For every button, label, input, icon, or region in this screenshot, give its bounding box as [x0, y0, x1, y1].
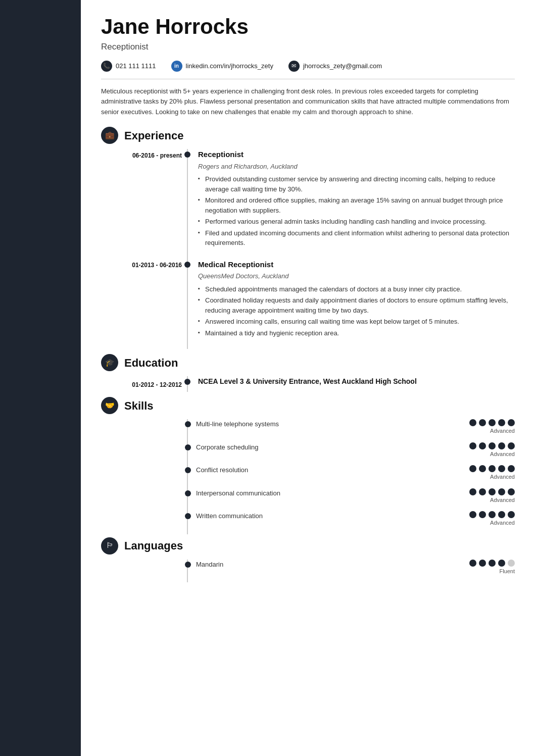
- dot: [469, 442, 476, 449]
- main-content: Jane Horrocks Receptionist 📞 021 111 111…: [81, 0, 535, 756]
- languages-icon: 🏳: [101, 537, 118, 555]
- experience-layout: 06-2016 - present 01-2013 - 06-2016 Rece…: [101, 149, 515, 349]
- dot: [498, 465, 505, 472]
- education-content-col: NCEA Level 3 & University Entrance, West…: [187, 376, 515, 392]
- dot: [479, 442, 486, 449]
- dot: [508, 442, 515, 449]
- skill-name-4: Interpersonal communication: [196, 488, 459, 498]
- dot: [479, 465, 486, 472]
- exp-company-2: QueensMed Doctors, Auckland: [198, 271, 515, 281]
- edu-title-1: NCEA Level 3 & University Entrance, West…: [198, 376, 515, 387]
- experience-title: Experience: [124, 127, 183, 144]
- dot: [489, 465, 496, 472]
- dot: [508, 560, 515, 567]
- dot: [498, 488, 505, 495]
- skill-name-1: Multi-line telephone systems: [196, 419, 459, 429]
- skill-level-1: Advanced: [490, 427, 515, 435]
- skills-icon: 🤝: [101, 397, 118, 414]
- dot: [489, 488, 496, 495]
- exp-company-1: Rogers and Richardson, Auckland: [198, 162, 515, 172]
- exp-bullet-2-4: Maintained a tidy and hygienic reception…: [198, 328, 515, 338]
- lang-level-1: Fluent: [499, 567, 515, 576]
- phone-number: 021 111 1111: [116, 61, 156, 71]
- education-title: Education: [124, 355, 178, 371]
- skills-title: Skills: [124, 397, 153, 414]
- skill-name-5: Written communication: [196, 511, 459, 521]
- skill-bullet-5: [185, 513, 191, 519]
- exp-bullet-2-1: Scheduled appointments managed the calen…: [198, 284, 515, 294]
- skill-level-5: Advanced: [490, 519, 515, 527]
- exp-item-1: Receptionist Rogers and Richardson, Auck…: [198, 149, 515, 248]
- dot: [508, 511, 515, 518]
- dot: [469, 511, 476, 518]
- dot: [479, 488, 486, 495]
- dot: [508, 419, 515, 426]
- edu-date-1: 01-2012 - 12-2012: [101, 378, 182, 389]
- experience-icon: 💼: [101, 127, 118, 144]
- exp-bullet-1-2: Monitored and ordered office supplies, m…: [198, 195, 515, 215]
- skill-dots-row-3: [469, 465, 515, 472]
- dot: [479, 511, 486, 518]
- skill-bullet-3: [185, 467, 191, 473]
- exp-bullet-1-4: Filed and updated incoming documents and…: [198, 228, 515, 248]
- linkedin-url: linkedin.com/in/jhorrocks_zety: [186, 61, 273, 71]
- skill-item-1: Multi-line telephone systems Advanced: [198, 419, 515, 435]
- exp-date-1: 06-2016 - present: [101, 151, 182, 160]
- dot: [498, 442, 505, 449]
- skills-empty-col: [101, 419, 187, 534]
- candidate-name: Jane Horrocks: [101, 15, 515, 38]
- skill-dots-2: Advanced: [459, 442, 515, 459]
- skill-name-2: Corporate scheduling: [196, 442, 459, 452]
- exp-job-title-2: Medical Receptionist: [198, 259, 515, 271]
- lang-dots-1: Fluent: [459, 560, 515, 576]
- experience-dates-col: 06-2016 - present 01-2013 - 06-2016: [101, 149, 187, 349]
- dot: [469, 560, 476, 567]
- skill-item-5: Written communication Advanced: [198, 511, 515, 527]
- education-header: 🎓 Education: [101, 354, 515, 371]
- education-icon: 🎓: [101, 354, 118, 371]
- dot: [498, 560, 505, 567]
- dot: [498, 419, 505, 426]
- dot: [489, 560, 496, 567]
- exp-bullets-1: Provided outstanding customer service by…: [198, 174, 515, 248]
- skill-dots-row-5: [469, 511, 515, 518]
- skills-section: 🤝 Skills Multi-line telephone systems: [101, 397, 515, 534]
- dot: [479, 560, 486, 567]
- skill-dots-row-1: [469, 419, 515, 426]
- languages-title: Languages: [124, 537, 183, 554]
- skill-bullet-4: [185, 490, 191, 496]
- phone-icon: 📞: [101, 61, 112, 72]
- languages-header: 🏳 Languages: [101, 537, 515, 555]
- experience-header: 💼 Experience: [101, 127, 515, 144]
- exp-date-2: 01-2013 - 06-2016: [101, 259, 182, 270]
- skill-item-2: Corporate scheduling Advanced: [198, 442, 515, 459]
- dot: [508, 488, 515, 495]
- skills-layout-outer: Multi-line telephone systems Advanced: [101, 419, 515, 534]
- skill-item-4: Interpersonal communication Advanced: [198, 488, 515, 505]
- summary-text: Meticulous receptionist with 5+ years ex…: [101, 86, 515, 118]
- lang-name-1: Mandarin: [196, 560, 459, 570]
- exp-bullet-1-3: Performed various general admin tasks in…: [198, 217, 515, 227]
- skill-dots-row-2: [469, 442, 515, 449]
- skill-level-3: Advanced: [490, 473, 515, 481]
- dot: [469, 465, 476, 472]
- exp-bullet-2-2: Coordinated holiday requests and daily a…: [198, 295, 515, 315]
- exp-bullets-2: Scheduled appointments managed the calen…: [198, 284, 515, 338]
- lang-dots-row-1: [469, 560, 515, 567]
- skill-dots-4: Advanced: [459, 488, 515, 505]
- skill-level-2: Advanced: [490, 450, 515, 459]
- header-divider: [101, 79, 515, 79]
- language-item-1: Mandarin Fluent: [198, 560, 515, 576]
- contact-grid: 📞 021 111 1111 in linkedin.com/in/jhorro…: [101, 61, 515, 72]
- skill-bullet-1: [185, 421, 191, 427]
- dot: [489, 442, 496, 449]
- lang-bullet-1: [185, 562, 191, 568]
- skill-level-4: Advanced: [490, 496, 515, 505]
- dot: [489, 419, 496, 426]
- exp-bullet-1-1: Provided outstanding customer service by…: [198, 174, 515, 194]
- languages-section: 🏳 Languages Mandarin: [101, 537, 515, 583]
- sidebar: [0, 0, 81, 756]
- education-dates-col: 01-2012 - 12-2012: [101, 376, 187, 392]
- linkedin-contact: in linkedin.com/in/jhorrocks_zety: [171, 61, 273, 72]
- experience-content-col: Receptionist Rogers and Richardson, Auck…: [187, 149, 515, 349]
